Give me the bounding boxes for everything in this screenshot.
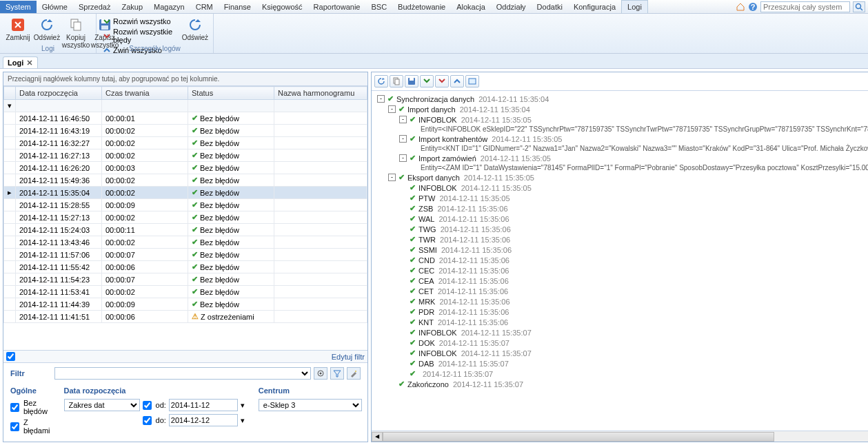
menu-item-magazyn[interactable]: Magazyn bbox=[148, 1, 190, 13]
tree-node[interactable]: ✔WAL2014-12-11 15:35:06 bbox=[376, 214, 868, 224]
tree-node[interactable]: ✔TWR2014-12-11 15:35:06 bbox=[376, 234, 868, 245]
column-header[interactable]: Data rozpoczęcia bbox=[16, 87, 102, 100]
menu-item-budżetowanie[interactable]: Budżetowanie bbox=[392, 1, 451, 13]
od-checkbox[interactable] bbox=[143, 401, 152, 410]
copy-detail-button[interactable] bbox=[390, 75, 403, 87]
filter-active-checkbox[interactable] bbox=[6, 352, 15, 361]
table-row[interactable]: 2014-12-11 11:55:4200:00:06✔ Bez błędów bbox=[4, 261, 367, 273]
table-row[interactable]: 2014-12-11 15:28:5500:00:09✔ Bez błędów bbox=[4, 199, 367, 211]
date-dropdown-icon[interactable]: ▾ bbox=[241, 416, 245, 425]
od-date-input[interactable] bbox=[169, 399, 238, 411]
tree-toggle-icon[interactable]: - bbox=[377, 95, 385, 103]
tree-node[interactable]: ✔MRK2014-12-11 15:35:06 bbox=[376, 296, 868, 307]
tree-toggle-icon[interactable]: - bbox=[388, 105, 396, 113]
refresh-detail-button[interactable] bbox=[374, 75, 388, 87]
table-row[interactable]: 2014-12-11 16:46:5000:00:01✔ Bez błędów bbox=[4, 112, 367, 125]
tree-node[interactable]: ✔CEC2014-12-11 15:35:06 bbox=[376, 265, 868, 276]
tree-node[interactable]: ✔KNT2014-12-11 15:35:06 bbox=[376, 317, 868, 327]
menu-item-raportowanie[interactable]: Raportowanie bbox=[308, 1, 366, 13]
menu-item-logi[interactable]: Logi bbox=[621, 0, 648, 13]
tree-node[interactable]: -✔Eksport danych2014-12-11 15:35:05 bbox=[376, 172, 868, 183]
tree-node[interactable]: ✔SSMI2014-12-11 15:35:06 bbox=[376, 245, 868, 255]
tree-node[interactable]: ✔CEA2014-12-11 15:35:06 bbox=[376, 276, 868, 286]
table-row[interactable]: 2014-12-11 15:27:1300:00:02✔ Bez błędów bbox=[4, 211, 367, 224]
menu-item-główne[interactable]: Główne bbox=[37, 1, 73, 13]
log-tree[interactable]: -✔Synchronizacja danych2014-12-11 15:35:… bbox=[372, 91, 868, 431]
tree-node[interactable]: Entity=<ZAM ID="1" DataWystawienia="7814… bbox=[376, 163, 868, 172]
table-row[interactable]: 2014-12-11 16:43:1900:00:02✔ Bez błędów bbox=[4, 125, 367, 137]
expand-errors-detail-button[interactable] bbox=[435, 75, 449, 87]
table-row[interactable]: 2014-12-11 15:49:3600:00:02✔ Bez błędów bbox=[4, 174, 367, 187]
table-row[interactable]: 2014-12-11 11:54:2300:00:07✔ Bez błędów bbox=[4, 273, 367, 286]
horizontal-scrollbar[interactable]: ◀ ▶ bbox=[372, 431, 868, 442]
tree-toggle-icon[interactable]: - bbox=[399, 154, 407, 162]
expand-errors-button[interactable]: Rozwiń wszystkie błędy bbox=[101, 27, 180, 45]
tree-toggle-icon[interactable]: - bbox=[399, 116, 407, 123]
filter-expression-input[interactable] bbox=[54, 367, 311, 380]
table-row[interactable]: ▸2014-12-11 15:35:0400:00:02✔ Bez błędów bbox=[4, 187, 367, 199]
do-checkbox[interactable] bbox=[143, 416, 152, 425]
table-row[interactable]: 2014-12-11 13:43:4600:00:02✔ Bez błędów bbox=[4, 236, 367, 249]
save-detail-button[interactable] bbox=[405, 75, 418, 87]
collapse-detail-button[interactable] bbox=[450, 75, 464, 87]
table-row[interactable]: 2014-12-11 11:53:4100:00:02✔ Bez błędów bbox=[4, 286, 367, 298]
tree-node[interactable]: ✔PDR2014-12-11 15:35:06 bbox=[376, 307, 868, 317]
tree-node[interactable]: -✔INFOBLOK2014-12-11 15:35:05 bbox=[376, 114, 868, 125]
tree-node[interactable]: ✔CET2014-12-11 15:35:06 bbox=[376, 286, 868, 296]
table-row[interactable]: 2014-12-11 11:57:0600:00:07✔ Bez błędów bbox=[4, 249, 367, 261]
column-header[interactable]: Czas trwania bbox=[102, 87, 188, 100]
grid-filter-row[interactable]: ▾ bbox=[4, 100, 367, 112]
menu-item-księgowość[interactable]: Księgowość bbox=[256, 1, 308, 13]
tree-toggle-icon[interactable]: - bbox=[399, 135, 407, 143]
menu-item-zakup[interactable]: Zakup bbox=[116, 1, 148, 13]
tree-node[interactable]: -✔Import danych2014-12-11 15:35:04 bbox=[376, 104, 868, 114]
tree-node[interactable]: -✔Import zamówień2014-12-11 15:35:05 bbox=[376, 153, 868, 163]
tree-node[interactable]: ✔CND2014-12-11 15:35:06 bbox=[376, 255, 868, 265]
tab-logi[interactable]: Logi bbox=[3, 56, 38, 68]
tree-toggle-icon[interactable]: - bbox=[388, 174, 396, 181]
help-icon[interactable]: ? bbox=[748, 2, 758, 12]
table-row[interactable]: 2014-12-11 16:32:2700:00:02✔ Bez błędów bbox=[4, 137, 367, 149]
expand-all-button[interactable]: Rozwiń wszystko bbox=[101, 17, 180, 26]
do-date-input[interactable] bbox=[169, 414, 238, 426]
menu-item-alokacja[interactable]: Alokacja bbox=[451, 1, 491, 13]
edit-filter-link[interactable]: Edytuj filtr bbox=[332, 353, 365, 361]
tree-node[interactable]: ✔PTW2014-12-11 15:35:05 bbox=[376, 193, 868, 203]
filter-funnel-button[interactable] bbox=[330, 367, 344, 380]
tree-node[interactable]: ✔2014-12-11 15:35:07 bbox=[376, 369, 868, 379]
centrum-select[interactable]: e-Sklep 3 bbox=[259, 399, 362, 411]
global-search-input[interactable] bbox=[760, 1, 850, 12]
menu-item-system[interactable]: System bbox=[0, 1, 37, 13]
table-row[interactable]: 2014-12-11 11:41:5100:00:06⚠ Z ostrzeżen… bbox=[4, 311, 367, 323]
table-row[interactable]: 2014-12-11 16:27:1300:00:02✔ Bez błędów bbox=[4, 149, 367, 162]
menu-item-oddziały[interactable]: Oddziały bbox=[491, 1, 532, 13]
tree-node[interactable]: ✔INFOBLOK2014-12-11 15:35:07 bbox=[376, 348, 868, 358]
logs-grid[interactable]: Data rozpoczęciaCzas trwaniaStatusNazwa … bbox=[3, 86, 367, 350]
tree-node[interactable]: -✔Import kontrahentów2014-12-11 15:35:05 bbox=[376, 134, 868, 144]
menu-item-finanse[interactable]: Finanse bbox=[219, 1, 256, 13]
view-button[interactable] bbox=[465, 75, 479, 87]
filter-target-button[interactable] bbox=[314, 367, 327, 380]
tree-node[interactable]: ✔DAB2014-12-11 15:35:07 bbox=[376, 358, 868, 369]
tree-node[interactable]: ✔ZSB2014-12-11 15:35:06 bbox=[376, 203, 868, 214]
tab-close-icon[interactable] bbox=[26, 59, 33, 66]
table-row[interactable]: 2014-12-11 11:44:3900:00:09✔ Bez błędów bbox=[4, 298, 367, 311]
scroll-thumb[interactable] bbox=[383, 432, 774, 442]
tree-node[interactable]: Entity=<KNT ID="1" GIDNumer="-2" Nazwa1=… bbox=[376, 144, 868, 153]
column-header[interactable]: Status bbox=[188, 87, 274, 100]
tree-node[interactable]: ✔TWG2014-12-11 15:35:06 bbox=[376, 224, 868, 234]
table-row[interactable]: 2014-12-11 15:24:0300:00:11✔ Bez błędów bbox=[4, 224, 367, 236]
scroll-left-icon[interactable]: ◀ bbox=[372, 432, 383, 442]
date-dropdown-icon[interactable]: ▾ bbox=[241, 401, 245, 410]
group-by-hint[interactable]: Przeciągnij nagłówek kolumny tutaj, aby … bbox=[3, 72, 367, 86]
filter-wizard-button[interactable] bbox=[347, 367, 361, 380]
tree-node[interactable]: Entity=<INFOBLOK eSklepID="22" TSSynchrP… bbox=[376, 125, 868, 134]
menu-item-dodatki[interactable]: Dodatki bbox=[532, 1, 568, 13]
menu-item-konfiguracja[interactable]: Konfiguracja bbox=[568, 1, 621, 13]
menu-item-bsc[interactable]: BSC bbox=[365, 1, 392, 13]
menu-item-sprzedaż[interactable]: Sprzedaż bbox=[73, 1, 116, 13]
column-header[interactable]: Nazwa harmonogramu bbox=[274, 87, 367, 100]
tree-node[interactable]: ✔INFOBLOK2014-12-11 15:35:05 bbox=[376, 183, 868, 193]
zakres-select[interactable]: Zakres dat bbox=[64, 399, 140, 411]
home-icon[interactable] bbox=[736, 2, 745, 12]
